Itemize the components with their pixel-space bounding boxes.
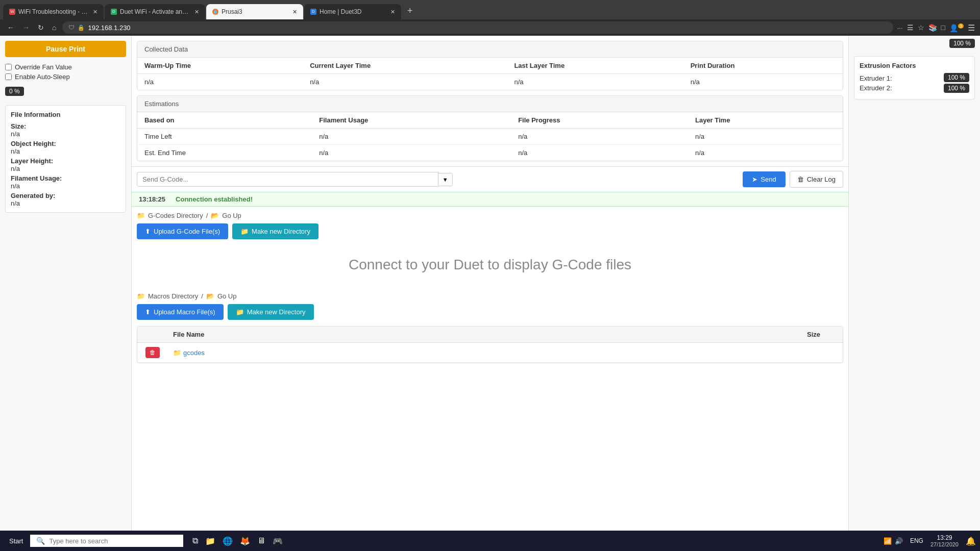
- gcodes-directory-nav: 📁 G-Codes Directory / 📂 Go Up: [137, 210, 843, 221]
- reload-button[interactable]: ↻: [36, 22, 46, 33]
- tab-duet-wifi-close[interactable]: ✕: [194, 9, 199, 15]
- collected-data-section: Collected Data Warm-Up Time Current Laye…: [137, 41, 843, 90]
- account-icon[interactable]: 👤3: [949, 23, 964, 32]
- gcode-dropdown-button[interactable]: ▼: [438, 173, 453, 186]
- gcode-empty-message: Connect to your Duet to display G-Code f…: [132, 241, 848, 288]
- gcodes-folder-link[interactable]: 📁 gcodes: [173, 349, 797, 357]
- est-col-filament: Filament Usage: [312, 112, 511, 129]
- col-warmup: Warm-Up Time: [137, 58, 303, 74]
- est-col-based-on: Based on: [137, 112, 312, 129]
- gcodes-dir-buttons: ⬆ Upload G-Code File(s) 📁 Make new Direc…: [137, 221, 843, 241]
- file-action-cell: 🗑: [137, 343, 168, 362]
- layer-height-value: n/a: [11, 165, 20, 172]
- chrome-icon[interactable]: 🌐: [219, 534, 236, 548]
- file-explorer-icon[interactable]: 📁: [202, 534, 218, 548]
- tab-prusa-close[interactable]: ✕: [292, 9, 297, 15]
- delete-file-button[interactable]: 🗑: [145, 347, 160, 358]
- bookmark-icon[interactable]: ☆: [918, 23, 924, 32]
- gcodes-dir-label[interactable]: G-Codes Directory: [148, 212, 203, 219]
- enable-autosleep-checkbox[interactable]: [5, 73, 12, 80]
- tab-prusa[interactable]: 💧 Prusai3 ✕: [206, 4, 303, 19]
- macros-dir-label[interactable]: Macros Directory: [148, 292, 198, 300]
- search-placeholder-text: Type here to search: [49, 537, 108, 545]
- address-input-bar[interactable]: 🛡 🔒 192.168.1.230: [62, 21, 893, 34]
- extruder2-pct-badge: 100 %: [944, 84, 969, 93]
- menu-icon[interactable]: ☰: [968, 23, 975, 33]
- upload-gcode-label: Upload G-Code File(s): [154, 228, 220, 235]
- gcodes-go-up-link[interactable]: Go Up: [222, 212, 241, 219]
- macros-dir-separator: /: [201, 292, 203, 300]
- right-panel: 100 % Extrusion Factors Extruder 1: Extr…: [848, 36, 980, 531]
- col-last-layer: Last Layer Time: [507, 58, 683, 74]
- object-height-row: Object Height: n/a: [11, 140, 120, 155]
- extrusion-box: Extrusion Factors Extruder 1: Extruder 2…: [854, 56, 975, 99]
- tab-wifi[interactable]: W WiFi Troubleshooting - Duet3D ✕: [3, 4, 104, 19]
- start-button[interactable]: Start: [4, 535, 28, 547]
- notification-bell-icon[interactable]: 🔔: [966, 536, 976, 546]
- upload-gcode-button[interactable]: ⬆ Upload G-Code File(s): [137, 223, 228, 239]
- extruder2-label: Extruder 2:: [860, 84, 892, 92]
- upload-macro-button[interactable]: ⬆ Upload Macro File(s): [137, 304, 224, 320]
- est-col-file: File Progress: [511, 112, 688, 129]
- home-button[interactable]: ⌂: [50, 22, 58, 33]
- override-fan-checkbox[interactable]: [5, 64, 12, 70]
- size-value: n/a: [11, 130, 20, 138]
- tab-wifi-label: WiFi Troubleshooting - Duet3D: [18, 8, 90, 15]
- volume-icon[interactable]: 🔊: [895, 537, 903, 545]
- new-tab-button[interactable]: +: [402, 4, 418, 18]
- wifi-status-icon[interactable]: 📶: [884, 537, 892, 545]
- clock-date: 27/12/2020: [930, 541, 959, 547]
- firefox-icon[interactable]: 🦊: [237, 534, 253, 548]
- gcode-bar: ▼ ➤ Send 🗑 Clear Log: [132, 166, 848, 192]
- file-col-name-header: File Name: [168, 327, 802, 342]
- app-icon-1[interactable]: 🖥: [254, 534, 268, 548]
- new-gcode-dir-label: Make new Directory: [252, 228, 310, 235]
- new-macro-dir-button[interactable]: 📁 Make new Directory: [228, 304, 314, 320]
- pause-print-button[interactable]: Pause Print: [5, 41, 126, 57]
- file-name-text: gcodes: [183, 349, 205, 357]
- col-print-duration: Print Duration: [683, 58, 843, 74]
- forward-button[interactable]: →: [20, 22, 32, 33]
- app-icon-2[interactable]: 🎮: [270, 534, 286, 548]
- file-name-cell: 📁 gcodes: [168, 345, 802, 361]
- shield-icon: 🛡: [68, 24, 75, 31]
- file-col-actions: [137, 327, 168, 342]
- val-current-layer: n/a: [303, 74, 507, 90]
- macros-directory-section: 📁 Macros Directory / 📂 Go Up ⬆ Upload Ma…: [132, 288, 848, 363]
- override-fan-row: Override Fan Value: [5, 63, 126, 71]
- windows-search-icon: 🔍: [36, 537, 45, 545]
- est-time-left-layer: n/a: [688, 129, 843, 145]
- file-col-size-header: Size: [802, 327, 843, 342]
- trash-icon: 🗑: [797, 176, 804, 183]
- reader-mode-icon[interactable]: ☰: [907, 23, 914, 32]
- tab-duet-wifi[interactable]: D Duet WiFi - Activate and Conn... ✕: [105, 4, 205, 19]
- val-print-duration: n/a: [683, 74, 843, 90]
- top-pct-badge: 100 %: [949, 39, 975, 48]
- clear-log-label: Clear Log: [807, 176, 836, 183]
- filament-usage-value: n/a: [11, 182, 20, 190]
- task-view-icon[interactable]: ⧉: [189, 534, 201, 548]
- address-favicon-small: 🔒: [78, 24, 85, 31]
- est-end-time-filament: n/a: [312, 145, 511, 161]
- more-options-icon[interactable]: ···: [897, 24, 903, 32]
- back-button[interactable]: ←: [5, 22, 16, 33]
- clear-log-button[interactable]: 🗑 Clear Log: [790, 171, 843, 188]
- taskbar-action-icons: ⧉ 📁 🌐 🦊 🖥 🎮: [189, 534, 286, 548]
- send-button[interactable]: ➤ Send: [743, 171, 785, 187]
- estimations-header: Estimations: [137, 96, 843, 112]
- taskbar-search[interactable]: 🔍 Type here to search: [30, 535, 183, 547]
- gcode-input[interactable]: [137, 172, 438, 187]
- size-label: Size:: [11, 122, 26, 130]
- new-gcode-dir-button[interactable]: 📁 Make new Directory: [232, 223, 318, 239]
- tab-bar: W WiFi Troubleshooting - Duet3D ✕ D Duet…: [0, 0, 980, 19]
- upload-macro-label: Upload Macro File(s): [154, 308, 215, 316]
- tab-home-duet3d[interactable]: D Home | Duet3D ✕: [304, 4, 401, 19]
- tab-prusa-label: Prusai3: [222, 8, 242, 15]
- tab-home-duet-close[interactable]: ✕: [390, 9, 395, 15]
- tab-wifi-close[interactable]: ✕: [93, 9, 97, 15]
- send-icon: ➤: [752, 176, 757, 183]
- library-icon[interactable]: 📚: [928, 23, 937, 32]
- macros-go-up-link[interactable]: Go Up: [217, 292, 237, 300]
- tab-manager-icon[interactable]: □: [941, 23, 945, 32]
- extruder1-label: Extruder 1:: [860, 74, 892, 82]
